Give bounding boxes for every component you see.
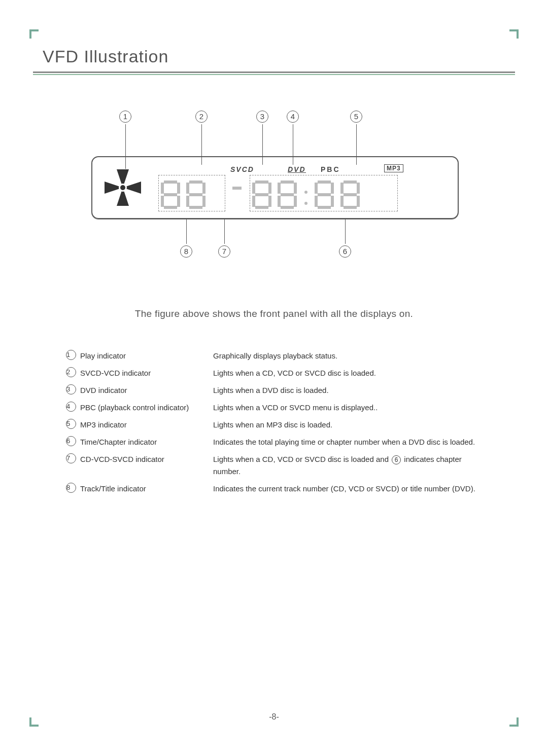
vfd-panel: SVCD DVD PBC MP3 — [91, 156, 459, 219]
divider — [33, 71, 515, 73]
legend-desc: Indicates the total playing time or chap… — [213, 436, 482, 448]
legend-table: 1Play indicatorGraphically displays play… — [66, 350, 482, 495]
legend-name: Play indicator — [80, 350, 126, 362]
legend-row: 6Time/Chapter indicatorIndicates the tot… — [66, 436, 482, 448]
legend-row: 4PBC (playback control indicator)Lights … — [66, 402, 482, 414]
callout-2: 2 — [195, 111, 208, 123]
legend-name: MP3 indicator — [80, 419, 127, 431]
vfd-diagram: 1 2 3 4 5 — [66, 111, 482, 278]
inline-ref: 6 — [392, 455, 401, 464]
corner-icon — [29, 29, 39, 39]
callout-4: 4 — [287, 111, 299, 123]
legend-number: 5 — [66, 419, 76, 429]
legend-name: PBC (playback control indicator) — [80, 402, 189, 414]
page-number: -8- — [30, 712, 518, 722]
play-spinner-icon — [102, 167, 143, 208]
legend-number: 6 — [66, 436, 76, 446]
track-title-box — [158, 175, 225, 211]
callout-8: 8 — [180, 245, 192, 258]
diagram-caption: The figure above shows the front panel w… — [30, 308, 518, 319]
legend-row: 1Play indicatorGraphically displays play… — [66, 350, 482, 362]
svcd-label: SVCD — [230, 165, 254, 173]
legend-row: 8Track/Title indicatorIndicates the curr… — [66, 483, 482, 495]
pbc-label: PBC — [321, 165, 340, 173]
legend-name: DVD indicator — [80, 384, 127, 397]
legend-desc: Lights when a CD, VCD or SVCD disc is lo… — [213, 453, 482, 478]
legend-name: CD-VCD-SVCD indicator — [80, 453, 164, 465]
seven-segment-icon — [278, 181, 297, 209]
legend-row: 7CD-VCD-SVCD indicatorLights when a CD, … — [66, 453, 482, 478]
callout-7: 7 — [218, 245, 230, 258]
legend-desc: Graphically displays playback status. — [213, 350, 482, 362]
callout-1: 1 — [119, 111, 131, 123]
callout-3: 3 — [256, 111, 268, 123]
time-chapter-box — [250, 175, 398, 211]
legend-desc: Lights when a DVD disc is loaded. — [213, 384, 482, 397]
legend-name: SVCD-VCD indicator — [80, 367, 151, 379]
seven-segment-icon — [340, 181, 360, 209]
legend-number: 8 — [66, 483, 76, 493]
legend-number: 7 — [66, 453, 76, 463]
page-frame: VFD Illustration 1 2 3 4 5 — [30, 30, 518, 726]
callout-5: 5 — [350, 111, 362, 123]
corner-icon — [509, 29, 519, 39]
seven-segment-icon — [252, 181, 271, 209]
seven-segment-icon — [161, 181, 180, 209]
callout-6: 6 — [339, 245, 351, 258]
page-title: VFD Illustration — [43, 47, 518, 66]
legend-number: 4 — [66, 402, 76, 412]
legend-row: 2SVCD-VCD indicatorLights when a CD, VCD… — [66, 367, 482, 379]
seven-segment-icon — [315, 181, 334, 209]
legend-number: 3 — [66, 384, 76, 394]
legend-desc: Lights when a VCD or SVCD menu is displa… — [213, 402, 482, 414]
legend-number: 2 — [66, 367, 76, 377]
legend-name: Track/Title indicator — [80, 483, 146, 495]
dash-icon — [232, 187, 242, 190]
seven-segment-icon — [186, 181, 206, 209]
legend-desc: Lights when a CD, VCD or SVCD disc is lo… — [213, 367, 482, 379]
divider-accent — [33, 74, 515, 75]
legend-number: 1 — [66, 350, 76, 360]
legend-desc: Indicates the current track number (CD, … — [213, 483, 482, 495]
svg-point-9 — [120, 185, 125, 190]
legend-name: Time/Chapter indicator — [80, 436, 157, 448]
legend-row: 5MP3 indicatorLights when an MP3 disc is… — [66, 419, 482, 431]
legend-row: 3DVD indicatorLights when a DVD disc is … — [66, 384, 482, 397]
dvd-label: DVD — [288, 165, 306, 173]
legend-desc: Lights when an MP3 disc is loaded. — [213, 419, 482, 431]
mp3-label: MP3 — [384, 164, 403, 172]
colon-icon — [303, 184, 309, 212]
